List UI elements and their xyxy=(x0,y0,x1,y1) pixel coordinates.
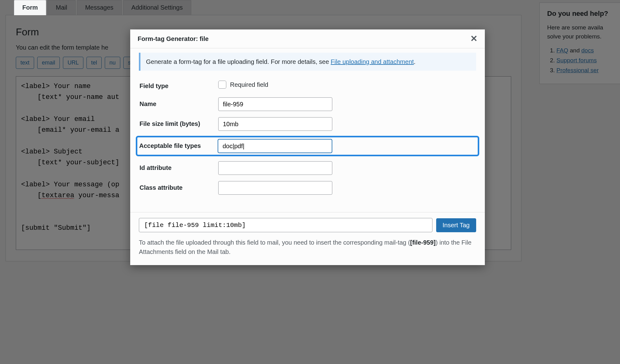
required-field-label: Required field xyxy=(230,81,268,88)
id-attribute-input[interactable] xyxy=(218,161,332,175)
row-name: Name xyxy=(139,96,476,112)
label-acceptable-file-types: Acceptable file types xyxy=(139,139,218,150)
row-acceptable-file-types: Acceptable file types xyxy=(136,136,479,156)
required-field-checkbox-wrap[interactable]: Required field xyxy=(218,79,332,89)
footer-description: To attach the file uploaded through this… xyxy=(139,238,476,256)
label-id-attribute: Id attribute xyxy=(140,161,218,172)
label-file-size-limit: File size limit (bytes) xyxy=(140,117,218,128)
label-name: Name xyxy=(140,97,218,108)
generated-shortcode-input[interactable] xyxy=(139,218,432,232)
modal-title: Form-tag Generator: file xyxy=(138,35,209,42)
acceptable-file-types-input[interactable] xyxy=(218,139,332,153)
row-class-attribute: Class attribute xyxy=(139,180,476,196)
insert-tag-button[interactable]: Insert Tag xyxy=(436,218,476,232)
mail-tag-code: [file-959] xyxy=(410,239,436,246)
modal-info-box: Generate a form-tag for a file uploading… xyxy=(139,53,476,71)
modal-header: Form-tag Generator: file ✕ xyxy=(130,29,485,48)
required-field-checkbox[interactable] xyxy=(218,81,226,89)
row-file-size-limit: File size limit (bytes) xyxy=(139,116,476,132)
modal-footer: Insert Tag To attach the file uploaded t… xyxy=(130,212,485,265)
close-icon[interactable]: ✕ xyxy=(470,34,477,43)
link-file-uploading-attachment[interactable]: File uploading and attachment xyxy=(331,58,414,65)
form-tag-generator-modal: Form-tag Generator: file ✕ Generate a fo… xyxy=(130,29,485,265)
class-attribute-input[interactable] xyxy=(218,181,332,195)
label-field-type: Field type xyxy=(140,79,218,90)
tab-form[interactable]: Form xyxy=(14,0,46,15)
row-field-type: Field type Required field xyxy=(139,78,476,92)
name-input[interactable] xyxy=(218,97,332,111)
row-id-attribute: Id attribute xyxy=(139,160,476,176)
label-class-attribute: Class attribute xyxy=(140,181,218,192)
file-size-limit-input[interactable] xyxy=(218,117,332,131)
